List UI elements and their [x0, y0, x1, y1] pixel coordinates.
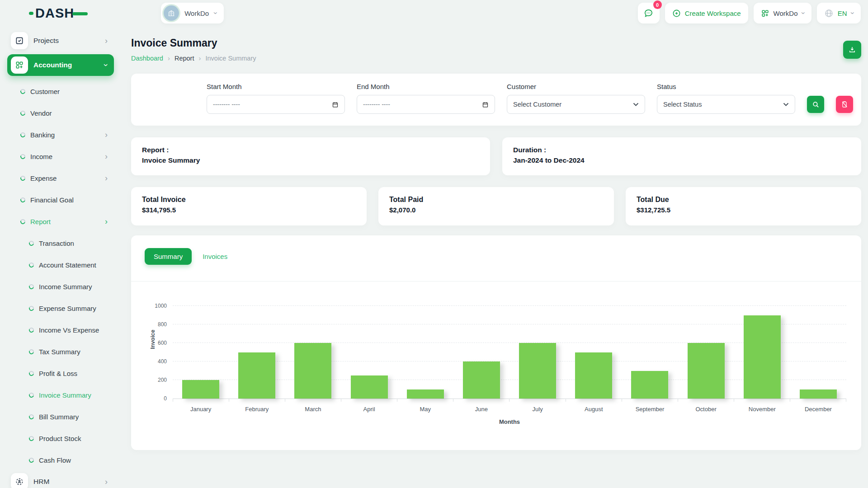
workspace-menu[interactable]: WorkDo ›	[754, 3, 811, 23]
sidebar-item-product-stock[interactable]: Product Stock	[7, 427, 114, 449]
sidebar-item-projects[interactable]: Projects›	[7, 30, 114, 52]
reset-button[interactable]	[836, 96, 853, 113]
end-month-input[interactable]: -------- ----	[357, 95, 495, 114]
breadcrumb-current: Invoice Summary	[205, 55, 256, 62]
bullet-icon	[20, 111, 25, 116]
sidebar-item-report[interactable]: Report›	[7, 211, 114, 232]
total-paid-label: Total Paid	[389, 196, 603, 204]
end-month-placeholder: -------- ----	[363, 101, 390, 108]
bullet-icon	[20, 132, 25, 137]
chevron-down-icon	[783, 103, 789, 106]
total-due-label: Total Due	[637, 196, 850, 204]
x-tick-label: June	[453, 406, 509, 413]
chevron-right-icon: ›	[105, 478, 108, 486]
sidebar-item-income[interactable]: Income›	[7, 145, 114, 167]
start-month-input[interactable]: -------- ----	[207, 95, 345, 114]
building-icon	[167, 9, 175, 17]
chart-card: Summary Invoices Invoice 020040060080010…	[131, 235, 861, 450]
bar-column	[341, 306, 397, 399]
customer-label: Customer	[507, 83, 645, 90]
messages-button[interactable]: 0	[638, 3, 660, 23]
gridline	[173, 305, 846, 306]
page-title: Invoice Summary	[131, 37, 256, 49]
sidebar-item-banking[interactable]: Banking›	[7, 124, 114, 145]
bar-june	[463, 361, 500, 399]
create-workspace-button[interactable]: Create Workspace	[665, 3, 748, 23]
sidebar-item-income-summary[interactable]: Income Summary	[7, 276, 114, 297]
workspace-name: WorkDo	[184, 9, 209, 17]
sidebar-item-invoice-summary[interactable]: Invoice Summary	[7, 384, 114, 406]
y-axis-title: Invoice	[150, 326, 156, 353]
sidebar-item-hrm[interactable]: HRM›	[7, 471, 114, 488]
sidebar-item-accounting[interactable]: Accounting›	[7, 54, 114, 76]
sidebar-item-financial-goal[interactable]: Financial Goal	[7, 189, 114, 211]
duration-card: Duration : Jan-2024 to Dec-2024	[502, 137, 861, 175]
bullet-icon	[29, 263, 34, 267]
x-tick-label: January	[173, 406, 229, 413]
plus-circle-icon	[672, 9, 681, 18]
bullet-icon	[20, 154, 25, 159]
sidebar-item-account-statement[interactable]: Account Statement	[7, 254, 114, 276]
sidebar-item-customer[interactable]: Customer	[7, 80, 114, 102]
sidebar-item-income-vs-expense[interactable]: Income Vs Expense	[7, 319, 114, 341]
bar-august	[575, 352, 612, 399]
workspace-avatar	[164, 5, 179, 21]
chevron-right-icon: ›	[198, 54, 201, 62]
x-tick-label: September	[622, 406, 678, 413]
hrm-icon	[11, 473, 28, 488]
sidebar: Projects›Accounting›CustomerVendorBankin…	[0, 26, 118, 488]
workspace-switcher[interactable]: WorkDo ›	[161, 3, 224, 23]
status-select[interactable]: Select Status	[657, 95, 795, 114]
bar-july	[519, 343, 556, 399]
sidebar-item-bill-summary[interactable]: Bill Summary	[7, 406, 114, 427]
x-tick-label: November	[734, 406, 790, 413]
sidebar-item-transaction[interactable]: Transaction	[7, 232, 114, 254]
bar-may	[407, 389, 444, 399]
search-button[interactable]	[807, 96, 824, 113]
logo-bar-icon	[72, 12, 88, 15]
bullet-icon	[29, 458, 34, 463]
bar-column	[678, 306, 734, 399]
status-select-value: Select Status	[663, 101, 702, 108]
messages-count-badge: 0	[653, 0, 662, 9]
sidebar-item-cash-flow[interactable]: Cash Flow	[7, 449, 114, 471]
chevron-right-icon: ›	[105, 131, 108, 139]
tab-invoices[interactable]: Invoices	[203, 253, 227, 260]
breadcrumb: Dashboard › Report › Invoice Summary	[131, 54, 256, 62]
sidebar-item-tax-summary[interactable]: Tax Summary	[7, 341, 114, 362]
sidebar-item-profit-loss[interactable]: Profit & Loss	[7, 362, 114, 384]
chevron-right-icon: ›	[105, 37, 108, 45]
download-button[interactable]	[843, 41, 861, 59]
start-month-label: Start Month	[207, 83, 345, 90]
y-tick-label: 1000	[155, 303, 167, 309]
customer-select[interactable]: Select Customer	[507, 95, 645, 114]
x-tick-label: April	[341, 406, 397, 413]
bar-column	[734, 306, 790, 399]
bullet-icon	[20, 197, 25, 202]
checkbox-icon	[11, 32, 28, 49]
x-tick-label: May	[397, 406, 453, 413]
app-logo[interactable]: DASH	[29, 6, 88, 21]
duration-card-label: Duration :	[513, 146, 850, 154]
sidebar-item-expense-summary[interactable]: Expense Summary	[7, 297, 114, 319]
breadcrumb-report[interactable]: Report	[175, 55, 194, 62]
sidebar-item-expense[interactable]: Expense›	[7, 167, 114, 189]
x-tick-label: February	[229, 406, 285, 413]
bar-column	[453, 306, 509, 399]
language-menu[interactable]: EN ›	[817, 3, 861, 23]
x-tick	[397, 399, 453, 402]
chevron-down-icon	[633, 103, 639, 106]
chart-plot: 02004006008001000	[173, 306, 846, 399]
sidebar-item-vendor[interactable]: Vendor	[7, 102, 114, 124]
bar-column	[509, 306, 566, 399]
clear-filter-icon	[841, 101, 848, 108]
x-tick	[678, 399, 734, 402]
bar-april	[351, 375, 388, 399]
bars	[173, 306, 846, 399]
chat-icon	[643, 8, 654, 19]
bullet-icon	[20, 176, 25, 181]
breadcrumb-dashboard[interactable]: Dashboard	[131, 55, 163, 62]
tab-summary[interactable]: Summary	[145, 248, 192, 265]
grid-plus-icon	[761, 9, 769, 18]
x-tick-label: December	[790, 406, 846, 413]
